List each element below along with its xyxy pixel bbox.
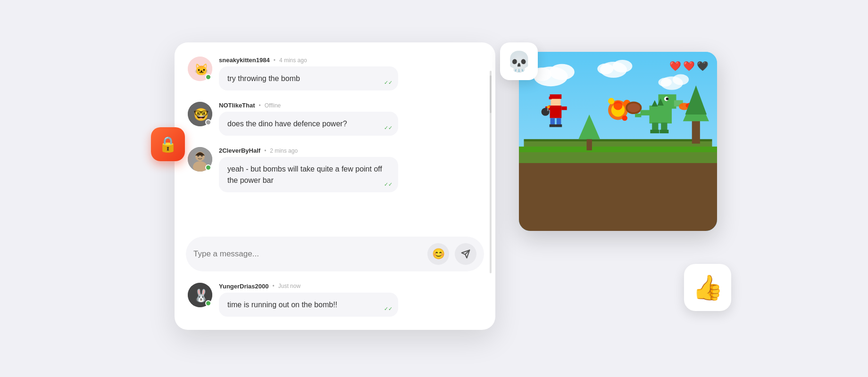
check-3: ✓✓: [384, 181, 392, 188]
svg-rect-33: [550, 124, 556, 127]
svg-rect-34: [556, 124, 562, 127]
input-row: 😊: [186, 237, 484, 271]
separator-4: •: [273, 283, 275, 289]
svg-rect-52: [641, 110, 651, 115]
svg-rect-27: [549, 97, 552, 99]
scrollbar[interactable]: [490, 71, 492, 273]
message-text-4: time is running out on the bomb!!: [227, 301, 337, 309]
scene: 🔒 💀 🐱: [151, 28, 717, 349]
username-2: NOTlikeThat: [219, 102, 255, 109]
avatar-wrap-2: 🤓: [188, 102, 212, 126]
timestamp-4: Just now: [278, 283, 300, 289]
chat-bottom: 🐰 YungerDrias2000 • Just now time is run…: [175, 283, 495, 330]
svg-rect-30: [561, 107, 567, 110]
send-button[interactable]: [455, 243, 476, 265]
bubble-1: try throwing the bomb ✓✓: [219, 66, 398, 90]
message-row-4: 🐰 YungerDrias2000 • Just now time is run…: [188, 283, 482, 317]
message-content-1: sneakykitten1984 • 4 mins ago try throwi…: [219, 57, 482, 90]
chat-input-area: 😊: [175, 229, 495, 283]
check-1: ✓✓: [384, 79, 392, 87]
chat-messages: 🐱 sneakykitten1984 • 4 mins ago try thro…: [175, 42, 495, 229]
svg-point-38: [549, 105, 551, 107]
timestamp-3: 2 mins ago: [270, 148, 298, 154]
message-content-2: NOTlikeThat • Offline does the dino have…: [219, 102, 482, 136]
chat-panel: 🐱 sneakykitten1984 • 4 mins ago try thro…: [175, 42, 495, 330]
svg-marker-61: [651, 100, 658, 107]
svg-rect-28: [550, 106, 562, 118]
message-text-3: yeah - but bombs will take quite a few p…: [227, 165, 382, 184]
thumbs-icon: 👍: [693, 273, 723, 302]
svg-point-43: [608, 98, 614, 104]
separator-2: •: [259, 102, 261, 109]
thumbs-badge: 👍: [684, 264, 731, 311]
lock-icon: 🔒: [159, 135, 177, 153]
svg-point-8: [201, 156, 203, 157]
online-indicator-3: [205, 164, 211, 171]
game-panel: ❤️ ❤️ 🖤: [519, 52, 717, 231]
message-input[interactable]: [193, 249, 422, 259]
svg-rect-55: [661, 123, 667, 131]
game-characters-svg: [519, 70, 717, 159]
time-1: •: [274, 57, 275, 64]
message-meta-4: YungerDrias2000 • Just now: [219, 283, 482, 290]
avatar-wrap-1: 🐱: [188, 57, 212, 81]
svg-rect-31: [551, 118, 555, 125]
online-indicator-1: [205, 74, 211, 80]
svg-rect-54: [652, 123, 658, 131]
username-3: 2CleverByHalf: [219, 147, 260, 154]
svg-marker-67: [578, 115, 600, 139]
online-indicator-2: [205, 119, 211, 125]
username-4: YungerDrias2000: [219, 283, 269, 290]
message-content-4: YungerDrias2000 • Just now time is runni…: [219, 283, 482, 317]
timestamp-1: 4 mins ago: [279, 57, 307, 64]
separator-3: •: [264, 148, 266, 154]
svg-rect-32: [557, 118, 561, 125]
username-1: sneakykitten1984: [219, 57, 270, 64]
skull-badge: 💀: [500, 42, 538, 80]
svg-point-46: [627, 103, 640, 112]
message-row: 🐱 sneakykitten1984 • 4 mins ago try thro…: [188, 57, 482, 90]
bubble-2: does the dino have defence power? ✓✓: [219, 112, 398, 136]
check-4: ✓✓: [384, 305, 392, 313]
svg-rect-53: [635, 114, 641, 117]
svg-marker-65: [685, 85, 707, 115]
scrollbar-thumb[interactable]: [490, 75, 492, 113]
avatar-wrap-3: [188, 147, 212, 172]
lock-badge: 🔒: [151, 127, 185, 161]
message-meta-3: 2CleverByHalf • 2 mins ago: [219, 147, 482, 154]
message-meta-2: NOTlikeThat • Offline: [219, 102, 482, 109]
svg-rect-56: [650, 130, 659, 133]
timestamp-2: Offline: [265, 102, 281, 109]
avatar-wrap-4: 🐰: [188, 283, 212, 307]
svg-rect-57: [659, 130, 668, 133]
skull-icon: 💀: [507, 50, 531, 73]
message-row-3: 2CleverByHalf • 2 mins ago yeah - but bo…: [188, 147, 482, 192]
message-text-2: does the dino have defence power?: [227, 120, 347, 128]
game-canvas: ❤️ ❤️ 🖤: [519, 52, 717, 231]
svg-point-44: [622, 115, 627, 121]
svg-point-41: [614, 101, 623, 110]
message-meta-1: sneakykitten1984 • 4 mins ago: [219, 57, 482, 64]
svg-point-7: [198, 156, 199, 157]
check-2: ✓✓: [384, 124, 392, 132]
message-row-2: 🤓 NOTlikeThat • Offline does the dino ha…: [188, 102, 482, 136]
message-content-3: 2CleverByHalf • 2 mins ago yeah - but bo…: [219, 147, 482, 192]
online-indicator-4: [205, 300, 211, 306]
emoji-button[interactable]: 😊: [427, 243, 449, 265]
bubble-3: yeah - but bombs will take quite a few p…: [219, 157, 398, 192]
svg-point-51: [666, 98, 669, 100]
ground-brown: [519, 156, 717, 231]
bubble-4: time is running out on the bomb!! ✓✓: [219, 293, 398, 317]
message-text-1: try throwing the bomb: [227, 74, 300, 82]
